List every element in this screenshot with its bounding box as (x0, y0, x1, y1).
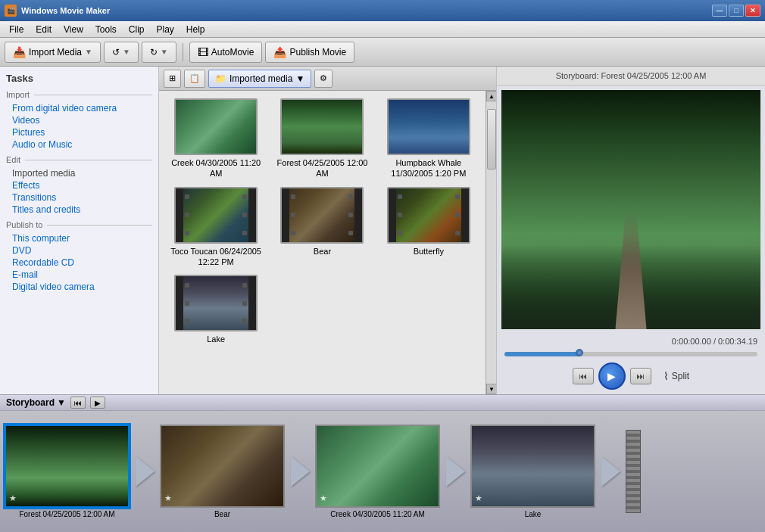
arrow-shape-3 (446, 456, 465, 487)
undo-arrow-icon: ▼ (123, 48, 130, 56)
scroll-up-button[interactable]: ▲ (486, 91, 496, 101)
storyboard-arrow-3 (440, 453, 470, 490)
storyboard-item-bear[interactable]: ★ Bear (160, 425, 285, 518)
task-audio[interactable]: Audio or Music (6, 138, 152, 151)
media-dropdown[interactable]: 📁 Imported media ▼ (208, 70, 311, 88)
task-digital-camera-publish[interactable]: Digital video camera (6, 281, 152, 293)
scroll-track[interactable] (486, 101, 496, 384)
media-thumb-creek (174, 98, 258, 155)
media-item-butterfly[interactable]: Butterfly (379, 187, 478, 268)
media-label-creek: Creek 04/30/2005 11:20 AM (170, 157, 261, 179)
storyboard-start-button[interactable]: ⏮ (70, 397, 86, 409)
title-bar: 🎬 Windows Movie Maker — □ ✕ (0, 0, 765, 21)
task-transitions[interactable]: Transitions (6, 191, 152, 204)
tasks-panel: Tasks Import From digital video camera V… (0, 67, 159, 394)
media-item-toucan[interactable]: Toco Toucan 06/24/2005 12:22 PM (167, 187, 265, 268)
maximize-button[interactable]: □ (729, 5, 744, 17)
storyboard-arrow-1 (130, 453, 160, 490)
auto-movie-icon: 🎞 (198, 46, 208, 58)
task-digital-camera[interactable]: From digital video camera (6, 102, 152, 114)
media-item-whale[interactable]: Humpback Whale 11/30/2005 1:20 PM (379, 98, 478, 179)
seekbar[interactable] (504, 352, 757, 356)
toolbar-separator (183, 43, 183, 61)
storyboard-area: ★ Forest 04/25/2005 12:00 AM ★ Bear ★ Cr… (0, 411, 765, 532)
import-arrow-icon: ▼ (85, 48, 92, 56)
media-item-bear[interactable]: Bear (273, 187, 371, 268)
play-button[interactable]: ▶ (598, 362, 626, 390)
media-thumb-bear (280, 187, 364, 244)
seekbar-thumb[interactable] (576, 349, 583, 356)
storyboard-item-lake[interactable]: ★ Lake (470, 425, 595, 518)
storyboard-item-creek[interactable]: ★ Creek 04/30/2005 11:20 AM (315, 425, 440, 518)
media-thumb-forest (280, 98, 364, 155)
storyboard-clip-lake: ★ (470, 425, 595, 508)
storyboard-clip-bear: ★ (160, 425, 285, 508)
media-label-forest: Forest 04/25/2005 12:00 AM (276, 157, 367, 179)
split-icon: ⌇ (664, 370, 669, 382)
redo-icon: ↻ (150, 47, 158, 58)
media-thumb-toucan (174, 187, 258, 244)
menu-play[interactable]: Play (151, 23, 180, 36)
undo-button[interactable]: ↺ ▼ (104, 42, 139, 63)
scroll-down-button[interactable]: ▼ (486, 384, 496, 394)
storyboard-label-creek: Creek 04/30/2005 11:20 AM (315, 510, 440, 518)
media-item-creek[interactable]: Creek 04/30/2005 11:20 AM (167, 98, 265, 179)
storyboard-arrow-icon: ▼ (57, 397, 66, 408)
options-button[interactable]: ⚙ (314, 70, 333, 88)
view-thumbnails-button[interactable]: ⊞ (164, 70, 181, 88)
import-media-button[interactable]: 📥 Import Media ▼ (5, 42, 101, 63)
menu-help[interactable]: Help (180, 23, 211, 36)
menu-edit[interactable]: Edit (30, 23, 58, 36)
import-icon: 📥 (13, 46, 26, 58)
task-dvd[interactable]: DVD (6, 244, 152, 257)
task-videos[interactable]: Videos (6, 114, 152, 126)
task-recordable-cd[interactable]: Recordable CD (6, 257, 152, 269)
task-this-computer[interactable]: This computer (6, 232, 152, 244)
media-label-whale: Humpback Whale 11/30/2005 1:20 PM (383, 157, 474, 179)
media-thumb-lake (174, 275, 258, 331)
close-button[interactable]: ✕ (745, 5, 760, 17)
bear-star-icon: ★ (164, 493, 172, 503)
minimize-button[interactable]: — (712, 5, 727, 17)
scroll-thumb[interactable] (487, 109, 496, 170)
auto-movie-button[interactable]: 🎞 AutoMovie (189, 42, 263, 63)
preview-video (501, 90, 760, 329)
media-item-lake[interactable]: Lake (167, 275, 265, 344)
storyboard-item-forest[interactable]: ★ Forest 04/25/2005 12:00 AM (5, 425, 130, 518)
task-imported-media: Imported media (6, 167, 152, 179)
preview-buttons: ⏮ ▶ ⏭ ⌇ Split (504, 362, 757, 390)
menu-view[interactable]: View (58, 23, 89, 36)
storyboard-end (626, 430, 641, 513)
task-email[interactable]: E-mail (6, 269, 152, 281)
split-button[interactable]: ⌇ Split (664, 370, 689, 382)
storyboard-play-button[interactable]: ▶ (90, 397, 105, 409)
media-item-forest[interactable]: Forest 04/25/2005 12:00 AM (273, 98, 371, 179)
film-holes-left-toucan (183, 188, 191, 242)
menu-tools[interactable]: Tools (89, 23, 123, 36)
storyboard-arrow-2 (285, 453, 315, 490)
preview-title: Storyboard: Forest 04/25/2005 12:00 AM (497, 67, 765, 86)
storyboard-clip-forest: ★ (5, 425, 130, 508)
task-titles[interactable]: Titles and credits (6, 204, 152, 216)
menu-clip[interactable]: Clip (123, 23, 151, 36)
media-label-lake: Lake (207, 334, 225, 344)
task-pictures[interactable]: Pictures (6, 126, 152, 138)
storyboard-dropdown[interactable]: Storyboard ▼ (6, 397, 66, 408)
media-label-bear: Bear (314, 246, 331, 257)
redo-arrow-icon: ▼ (161, 48, 168, 56)
publish-movie-button[interactable]: 📤 Publish Movie (265, 42, 354, 63)
view-details-button[interactable]: 📋 (184, 70, 205, 88)
import-label: Import Media (29, 47, 82, 58)
creek-star-icon: ★ (320, 493, 327, 503)
menu-file[interactable]: File (3, 23, 30, 36)
film-strip-bear (282, 188, 362, 242)
media-label-butterfly: Butterfly (414, 246, 444, 257)
content-scrollbar[interactable]: ▲ ▼ (486, 91, 496, 394)
previous-frame-button[interactable]: ⏮ (573, 368, 594, 384)
auto-movie-label: AutoMovie (211, 47, 254, 58)
next-frame-button[interactable]: ⏭ (630, 368, 651, 384)
media-thumb-whale (387, 98, 470, 155)
preview-panel: Storyboard: Forest 04/25/2005 12:00 AM 0… (496, 67, 765, 394)
task-effects[interactable]: Effects (6, 179, 152, 191)
redo-button[interactable]: ↻ ▼ (142, 42, 176, 63)
